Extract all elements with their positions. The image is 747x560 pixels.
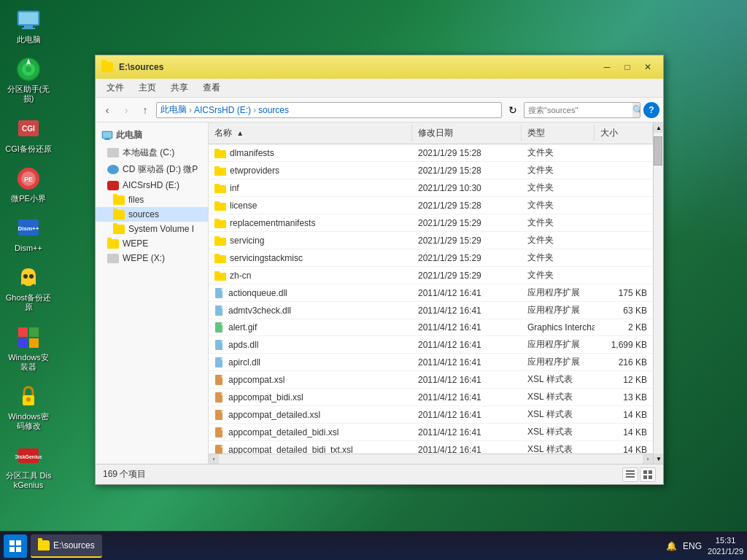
desktop-icon-dism[interactable]: Dism++ Dism++ xyxy=(4,212,53,256)
svg-rect-77 xyxy=(9,540,15,545)
scroll-thumb[interactable] xyxy=(654,136,662,166)
menu-home[interactable]: 主页 xyxy=(131,79,163,96)
header-name[interactable]: 名称 ▲ xyxy=(209,125,412,141)
up-button[interactable]: ↑ xyxy=(137,102,153,118)
table-row[interactable]: appcompat.xsl2011/4/12 16:41XSL 样式表12 KB xyxy=(209,371,653,389)
table-row[interactable]: admtv3check.dll2011/4/12 16:41应用程序扩展63 K… xyxy=(209,302,653,319)
desktop-icon-diskgenius[interactable]: DiskGenius 分区工具 DiskGenius xyxy=(4,440,53,493)
svg-rect-76 xyxy=(649,475,652,479)
svg-rect-25 xyxy=(103,132,112,138)
table-row[interactable]: replacementmanifests2021/1/29 15:29文件夹 xyxy=(209,214,653,232)
table-row[interactable]: appcompat_bidi.xsl2011/4/12 16:41XSL 样式表… xyxy=(209,389,653,406)
sidebar-drive-c[interactable]: 本地磁盘 (C:) xyxy=(96,144,208,161)
file-cell-name: admtv3check.dll xyxy=(209,303,412,319)
back-button[interactable]: ‹ xyxy=(99,102,115,118)
sidebar-sources[interactable]: sources xyxy=(96,207,208,222)
desktop-icon-ghost[interactable]: Ghost备份还原 xyxy=(4,262,53,315)
desktop-icon-this-pc[interactable]: 此电脑 xyxy=(4,4,53,47)
desktop-icon-win-installer[interactable]: Windows安装器 xyxy=(4,322,53,375)
breadcrumb-sources[interactable]: sources xyxy=(258,105,289,115)
taskbar-explorer-item[interactable]: E:\sources xyxy=(31,534,102,558)
table-row[interactable]: appcompat_detailed_bidi_txt.xsl2011/4/12… xyxy=(209,441,653,454)
language-indicator[interactable]: ENG xyxy=(683,541,702,551)
svg-rect-42 xyxy=(214,273,226,281)
sidebar-drive-x[interactable]: WEPE (X:) xyxy=(96,251,208,265)
table-row[interactable]: appcompat_detailed.xsl2011/4/12 16:41XSL… xyxy=(209,406,653,424)
sidebar-wepe-folder[interactable]: WEPE xyxy=(96,236,208,251)
horizontal-scrollbar[interactable]: ‹ › xyxy=(209,454,653,464)
menu-file[interactable]: 文件 xyxy=(99,79,131,96)
status-item-count: 169 个项目 xyxy=(103,468,615,481)
file-cell-date: 2021/1/29 15:28 xyxy=(412,146,522,160)
scroll-right-button[interactable]: › xyxy=(643,454,653,464)
scroll-up-button[interactable]: ▲ xyxy=(654,122,663,133)
table-row[interactable]: appcompat_detailed_bidi.xsl2011/4/12 16:… xyxy=(209,424,653,441)
file-cell-type: 文件夹 xyxy=(522,162,595,179)
desktop-icon-win-pwd[interactable]: Windows密码修改 xyxy=(4,381,53,434)
svg-marker-51 xyxy=(221,340,224,343)
table-row[interactable]: alert.gif2011/4/12 16:41Graphics Interch… xyxy=(209,319,653,336)
wepe-folder-icon xyxy=(107,239,119,249)
desktop-icon-wepe[interactable]: PE 微PE小界 xyxy=(4,163,53,206)
file-cell-date: 2011/4/12 16:41 xyxy=(412,443,522,454)
sidebar-drive-e[interactable]: AICSrsHD (E:) xyxy=(96,178,208,192)
vertical-scrollbar[interactable]: ▲ ▼ xyxy=(653,122,663,464)
table-row[interactable]: servicingstackmisc2021/1/29 15:29文件夹 xyxy=(209,249,653,267)
menu-view[interactable]: 查看 xyxy=(196,79,228,96)
svg-text:Dism++: Dism++ xyxy=(18,225,39,232)
sidebar-files[interactable]: files xyxy=(96,192,208,207)
file-cell-name: appcompat_detailed.xsl xyxy=(209,407,412,423)
forward-button[interactable]: › xyxy=(118,102,134,118)
menu-share[interactable]: 共享 xyxy=(163,79,196,96)
header-size[interactable]: 大小 xyxy=(595,125,653,141)
sidebar-section-this-pc[interactable]: 此电脑 xyxy=(96,126,208,144)
scroll-track[interactable] xyxy=(654,133,663,454)
file-cell-date: 2011/4/12 16:41 xyxy=(412,373,522,387)
svg-rect-19 xyxy=(29,338,39,348)
scroll-horizontal-track[interactable] xyxy=(219,454,643,464)
scroll-down-button[interactable]: ▼ xyxy=(654,454,663,464)
sidebar-drive-d[interactable]: CD 驱动器 (D:) 微P xyxy=(96,161,208,178)
cgi-icon: CGI xyxy=(15,116,42,142)
table-row[interactable]: apircl.dll2011/4/12 16:41应用程序扩展216 KB xyxy=(209,354,653,371)
desktop-icon-cgi[interactable]: CGI CGI备份还原 xyxy=(4,113,53,157)
breadcrumb-this-pc[interactable]: 此电脑 xyxy=(160,104,187,116)
desktop-icon-label-win-pwd: Windows密码修改 xyxy=(5,412,52,431)
refresh-button[interactable]: ↻ xyxy=(505,102,521,118)
file-list[interactable]: dlmanifests2021/1/29 15:28文件夹etwprovider… xyxy=(209,144,653,454)
search-box[interactable]: 🔍 xyxy=(524,102,640,118)
taskbar-notification-icon: 🔔 xyxy=(666,541,677,551)
sidebar-system-volume[interactable]: System Volume I xyxy=(96,222,208,236)
view-large-button[interactable] xyxy=(640,467,656,482)
minimize-button[interactable]: ─ xyxy=(597,60,616,74)
table-row[interactable]: zh-cn2021/1/29 15:29文件夹 xyxy=(209,267,653,284)
table-row[interactable]: dlmanifests2021/1/29 15:28文件夹 xyxy=(209,144,653,162)
file-cell-name: dlmanifests xyxy=(209,146,412,160)
menu-bar: 文件 主页 共享 查看 xyxy=(96,79,663,98)
close-button[interactable]: ✕ xyxy=(638,60,657,74)
file-cell-name: apds.dll xyxy=(209,337,412,353)
file-cell-name: appcompat_bidi.xsl xyxy=(209,389,412,405)
svg-rect-30 xyxy=(214,168,226,176)
table-row[interactable]: inf2021/1/29 10:30文件夹 xyxy=(209,179,653,197)
search-button[interactable]: 🔍 xyxy=(632,102,640,118)
partition-icon xyxy=(15,56,42,82)
table-row[interactable]: etwproviders2021/1/29 15:28文件夹 xyxy=(209,162,653,179)
table-row[interactable]: actionqueue.dll2011/4/12 16:41应用程序扩展175 … xyxy=(209,284,653,302)
desktop-icon-partition[interactable]: 分区助手(无损) xyxy=(4,53,53,106)
header-type[interactable]: 类型 xyxy=(522,125,595,141)
table-row[interactable]: servicing2021/1/29 15:29文件夹 xyxy=(209,232,653,249)
breadcrumb-drive[interactable]: AICSrsHD (E:) xyxy=(194,105,251,115)
table-row[interactable]: apds.dll2011/4/12 16:41应用程序扩展1,699 KB xyxy=(209,336,653,354)
scroll-left-button[interactable]: ‹ xyxy=(209,454,219,464)
view-detail-button[interactable] xyxy=(622,467,638,482)
help-button[interactable]: ? xyxy=(643,102,659,118)
address-path[interactable]: 此电脑 › AICSrsHD (E:) › sources xyxy=(156,102,502,118)
maximize-button[interactable]: □ xyxy=(618,60,637,74)
drive-e-icon xyxy=(107,181,119,190)
search-input[interactable] xyxy=(525,106,632,114)
start-button[interactable] xyxy=(4,534,27,558)
file-cell-size: 14 KB xyxy=(595,408,653,422)
header-date[interactable]: 修改日期 xyxy=(412,125,522,141)
table-row[interactable]: license2021/1/29 15:28文件夹 xyxy=(209,197,653,214)
